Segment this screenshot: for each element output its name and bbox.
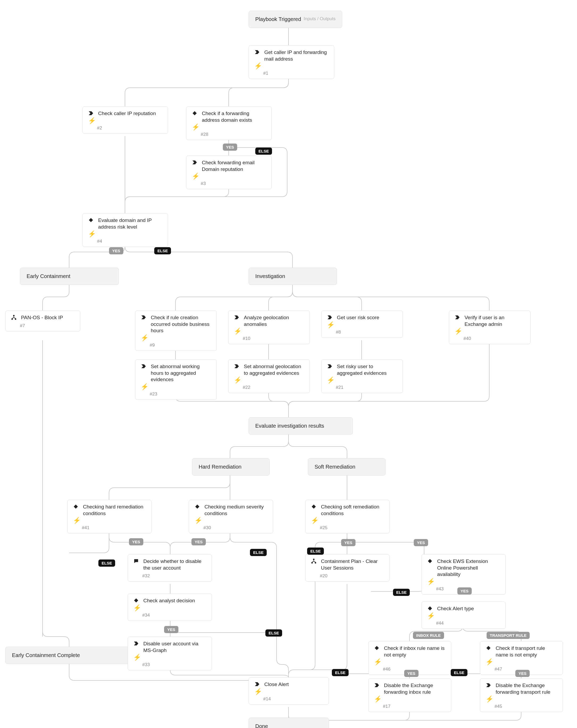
step-20[interactable]: Containment Plan - Clear User Sessions #… [305, 554, 390, 581]
pill-else: ELSE [154, 247, 171, 254]
step-21[interactable]: Set risky user to aggregated evidences ⚡… [321, 359, 403, 393]
io-label: Inputs / Outputs [304, 16, 335, 22]
diamond-icon [194, 504, 200, 510]
svg-rect-13 [428, 606, 432, 610]
svg-rect-6 [195, 504, 199, 509]
pill-yes: YES [129, 538, 143, 545]
step-14[interactable]: Close Alert ⚡ #14 [249, 677, 329, 705]
bolt-icon: ⚡ [88, 118, 96, 124]
bolt-icon: ⚡ [141, 384, 149, 390]
header-soft: Soft Remediation [308, 458, 385, 475]
bolt-icon: ⚡ [73, 517, 81, 524]
pill-else: ELSE [393, 589, 410, 596]
step-17[interactable]: Disable the Exchange forwarding inbox ru… [368, 678, 451, 712]
bolt-icon: ⚡ [427, 578, 435, 585]
pill-yes: YES [457, 588, 472, 595]
svg-rect-1 [89, 218, 93, 222]
bolt-icon: ⚡ [254, 63, 262, 69]
arrow-icon [374, 682, 380, 688]
pill-else: ELSE [451, 669, 468, 676]
step-8[interactable]: Get user risk score ⚡ #8 [321, 310, 403, 338]
bolt-icon: ⚡ [485, 696, 494, 702]
step-22[interactable]: Set abnormal geolocation to aggregated e… [228, 359, 310, 393]
arrow-icon [254, 681, 260, 687]
bolt-icon: ⚡ [427, 613, 435, 619]
step-41[interactable]: Checking hard remediation conditions ⚡ #… [67, 500, 152, 534]
bolt-icon: ⚡ [327, 321, 335, 328]
pill-yes: YES [341, 539, 355, 546]
diamond-icon [73, 504, 79, 510]
pill-else: ELSE [250, 549, 267, 556]
step-34[interactable]: Check analyst decision ⚡ #34 [128, 594, 212, 621]
svg-rect-11 [428, 559, 432, 563]
svg-point-4 [15, 318, 16, 320]
step-32[interactable]: Decide whether to disable the user accou… [128, 554, 212, 581]
svg-rect-15 [486, 646, 491, 650]
bolt-icon: ⚡ [327, 377, 335, 383]
pill-transport: TRANSPORT RULE [486, 632, 530, 639]
bolt-icon: ⚡ [234, 328, 242, 334]
svg-rect-5 [74, 504, 78, 509]
step-1[interactable]: Get caller IP and forwarding mail addres… [249, 45, 334, 79]
header-investigation: Investigation [249, 268, 337, 285]
pill-else: ELSE [98, 560, 115, 567]
tree-icon [311, 558, 317, 564]
arrow-icon [234, 314, 240, 320]
step-40[interactable]: Verify if user is an Exchange admin ⚡ #4… [449, 310, 530, 344]
step-44[interactable]: Check Alert type ⚡ #44 [422, 601, 506, 629]
step-7[interactable]: PAN-OS - Block IP #7 [5, 310, 80, 332]
bolt-icon: ⚡ [88, 231, 96, 237]
pill-else: ELSE [307, 548, 324, 555]
step-45[interactable]: Disable the Exchange forwarding transpor… [480, 678, 563, 712]
step-30[interactable]: Checking medium severity conditions ⚡ #3… [189, 500, 273, 534]
bolt-icon: ⚡ [194, 517, 202, 524]
svg-point-2 [13, 315, 15, 316]
pill-yes: YES [223, 144, 237, 151]
header-done: Done [249, 718, 329, 728]
arrow-icon [141, 314, 147, 320]
pill-inbox: INBOX RULE [413, 632, 444, 639]
arrow-icon [254, 49, 260, 55]
header-evaluate: Evaluate investigation results [249, 417, 353, 435]
step-28[interactable]: Check if a forwarding address domain exi… [186, 106, 272, 140]
pill-yes: YES [192, 538, 206, 545]
step-10[interactable]: Analyze geolocation anomalies ⚡ #10 [228, 310, 310, 344]
diamond-icon [427, 605, 433, 611]
pill-yes: YES [404, 670, 419, 677]
header-hard: Hard Remediation [192, 458, 270, 475]
step-4[interactable]: Evaluate domain and IP address risk leve… [82, 213, 168, 247]
bolt-icon: ⚡ [141, 335, 149, 341]
step-25[interactable]: Checking soft remediation conditions ⚡ #… [305, 500, 390, 534]
step-2[interactable]: Check caller IP reputation ⚡ #2 [82, 106, 168, 134]
pill-else: ELSE [255, 148, 272, 155]
svg-point-3 [11, 318, 13, 320]
arrow-icon [192, 159, 198, 165]
svg-rect-7 [311, 504, 316, 509]
svg-rect-0 [193, 111, 197, 115]
diamond-icon [485, 645, 492, 651]
pill-yes: YES [414, 539, 428, 546]
svg-point-8 [313, 559, 315, 560]
step-3[interactable]: Check forwarding email Domain reputation… [186, 155, 272, 189]
header-title: Playbook Triggered [255, 16, 301, 22]
step-33[interactable]: Disable user account via MS-Graph ⚡ #33 [128, 636, 212, 670]
bolt-icon: ⚡ [234, 377, 242, 383]
header-triggered: Playbook Triggered Inputs / Outputs [249, 10, 342, 28]
arrow-icon [327, 314, 333, 320]
bolt-icon: ⚡ [192, 173, 200, 179]
arrow-icon [485, 682, 492, 688]
svg-rect-14 [375, 646, 379, 650]
diamond-icon [427, 558, 433, 564]
bolt-icon: ⚡ [454, 328, 462, 334]
header-early-complete: Early Containment Complete [5, 647, 133, 664]
step-23[interactable]: Set abnormal working hours to aggregated… [135, 359, 217, 400]
bolt-icon: ⚡ [133, 605, 141, 611]
arrow-icon [141, 363, 147, 369]
chat-icon [133, 558, 139, 564]
pill-else: ELSE [266, 629, 282, 636]
step-9[interactable]: Check if rule creation occurred outside … [135, 310, 217, 351]
svg-point-9 [311, 562, 313, 564]
bolt-icon: ⚡ [311, 517, 319, 524]
arrow-icon [88, 110, 94, 116]
diamond-icon [374, 645, 380, 651]
